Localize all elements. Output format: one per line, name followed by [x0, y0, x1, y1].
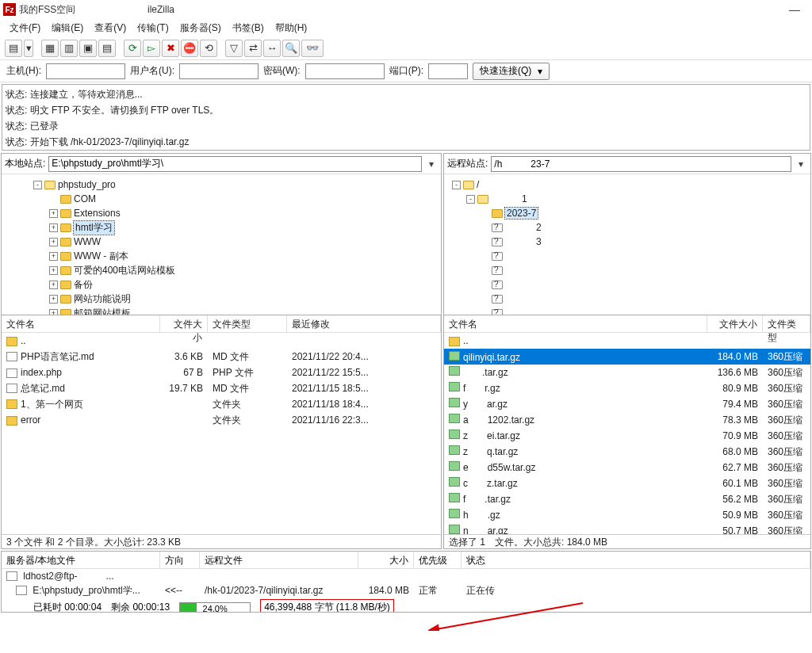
cancel-button[interactable]: ✖: [162, 40, 179, 57]
tree-node[interactable]: [444, 292, 810, 306]
disconnect-button[interactable]: ⛔: [181, 40, 198, 57]
tree-node[interactable]: [444, 249, 810, 263]
tree-node[interactable]: -/: [444, 178, 810, 192]
local-tree[interactable]: -phpstudy_proCOM+Extensions+hmtl学习+WWW+W…: [2, 174, 441, 315]
local-filelist[interactable]: 文件名 文件大小 文件类型 最近修改 ..PHP语言笔记.md3.6 KBMD …: [2, 315, 441, 534]
expand-icon[interactable]: [481, 252, 489, 261]
queue-item-row[interactable]: E:\phpstudy_pro\hmtl学... <<-- /hk-01/202…: [2, 583, 810, 598]
tree-node[interactable]: +WWW - 副本: [2, 249, 441, 263]
file-row[interactable]: c z.tar.gz60.1 MB360压缩: [444, 475, 810, 491]
qcol-size[interactable]: 大小: [358, 552, 414, 568]
col-name[interactable]: 文件名: [444, 315, 707, 332]
remote-filelist[interactable]: 文件名 文件大小 文件类型 ..qilinyiqi.tar.gz184.0 MB…: [444, 315, 810, 534]
user-input[interactable]: [179, 63, 259, 79]
tb-logpane-icon[interactable]: ▦: [41, 40, 59, 57]
expand-icon[interactable]: -: [466, 195, 475, 204]
minimize-button[interactable]: —: [780, 1, 809, 18]
qcol-remote[interactable]: 远程文件: [200, 552, 358, 568]
file-row[interactable]: h .gz50.9 MB360压缩: [444, 507, 810, 523]
tree-node[interactable]: +WWW: [2, 235, 441, 249]
expand-icon[interactable]: +: [49, 266, 58, 275]
tree-node[interactable]: +备份: [2, 277, 441, 292]
expand-icon[interactable]: [481, 309, 489, 316]
col-type[interactable]: 文件类型: [208, 315, 287, 332]
tree-node[interactable]: [444, 263, 810, 277]
tree-node[interactable]: [444, 277, 810, 292]
sitemanager-button[interactable]: ▤: [5, 40, 22, 57]
tb-localtree-icon[interactable]: ▥: [60, 40, 78, 57]
col-modified[interactable]: 最近修改: [287, 315, 441, 332]
tree-node[interactable]: +网站功能说明: [2, 292, 441, 306]
tb-dropdown[interactable]: ▾: [24, 40, 33, 57]
qcol-prio[interactable]: 优先级: [414, 552, 462, 568]
compare-button[interactable]: ⇄: [244, 40, 262, 57]
expand-icon[interactable]: [481, 295, 489, 304]
menu-bookmark[interactable]: 书签(B): [229, 20, 267, 36]
expand-icon[interactable]: [481, 223, 489, 232]
file-row[interactable]: qilinyiqi.tar.gz184.0 MB360压缩: [444, 349, 810, 365]
file-row[interactable]: z q.tar.gz68.0 MB360压缩: [444, 444, 810, 460]
file-row[interactable]: n ar.gz50.7 MB360压缩: [444, 523, 810, 534]
filter-button[interactable]: ▽: [225, 40, 243, 57]
search-button[interactable]: 🔍: [282, 40, 300, 57]
qcol-dir[interactable]: 方向: [160, 552, 200, 568]
expand-icon[interactable]: [481, 266, 489, 275]
tb-processqueue-icon[interactable]: ▻: [143, 40, 160, 57]
file-row[interactable]: 总笔记.md19.7 KBMD 文件2021/11/15 18:5...: [2, 380, 441, 396]
remote-path-suffix[interactable]: 23-7: [530, 158, 550, 170]
tree-node[interactable]: 3: [444, 235, 810, 249]
file-row[interactable]: a 1202.tar.gz78.3 MB360压缩: [444, 412, 810, 428]
menu-server[interactable]: 服务器(S): [177, 20, 224, 36]
menu-file[interactable]: 文件(F): [6, 20, 44, 36]
qcol-status[interactable]: 状态: [462, 552, 810, 568]
expand-icon[interactable]: +: [49, 281, 58, 289]
menu-transfer[interactable]: 传输(T): [134, 20, 171, 36]
expand-icon[interactable]: +: [49, 238, 58, 246]
tree-node[interactable]: [444, 306, 810, 315]
file-row[interactable]: ..: [2, 333, 441, 349]
remote-path-prefix[interactable]: /h: [494, 158, 502, 170]
chevron-down-icon[interactable]: ▾: [425, 158, 438, 170]
chevron-down-icon[interactable]: ▾: [795, 158, 807, 170]
tree-node[interactable]: +可爱的400电话网站模板: [2, 263, 441, 277]
queue-server-row[interactable]: ldhost2@ftp- ...: [2, 569, 810, 583]
expand-icon[interactable]: -: [33, 181, 42, 189]
tree-node[interactable]: 2: [444, 220, 810, 235]
tree-node[interactable]: COM: [2, 192, 441, 206]
expand-icon[interactable]: [481, 238, 489, 246]
pass-input[interactable]: [305, 63, 385, 79]
expand-icon[interactable]: [481, 281, 489, 289]
col-size[interactable]: 文件大小: [160, 315, 208, 332]
tb-remotetree-icon[interactable]: ▣: [79, 40, 97, 57]
tree-node[interactable]: -phpstudy_pro: [2, 178, 441, 192]
tree-node[interactable]: 2023-7: [444, 206, 810, 220]
host-input[interactable]: [46, 63, 125, 79]
expand-icon[interactable]: +: [49, 295, 58, 304]
file-row[interactable]: .tar.gz136.6 MB360压缩: [444, 365, 810, 380]
tree-node[interactable]: +Extensions: [2, 206, 441, 220]
col-type[interactable]: 文件类型: [763, 315, 810, 332]
file-row[interactable]: f .tar.gz56.2 MB360压缩: [444, 491, 810, 507]
expand-icon[interactable]: [481, 209, 489, 218]
menu-view[interactable]: 查看(V): [91, 20, 129, 36]
menu-edit[interactable]: 编辑(E): [48, 20, 86, 36]
reconnect-button[interactable]: ⟲: [200, 40, 217, 57]
expand-icon[interactable]: [49, 195, 58, 204]
remote-tree[interactable]: -/- 12023-7 2 3: [444, 174, 810, 315]
find-button[interactable]: 👓: [301, 40, 324, 57]
qcol-server[interactable]: 服务器/本地文件: [2, 552, 160, 568]
local-path-input[interactable]: [48, 156, 422, 172]
file-row[interactable]: index.php67 BPHP 文件2021/11/22 15:5...: [2, 365, 441, 380]
port-input[interactable]: [428, 63, 468, 79]
tb-queuepane-icon[interactable]: ▤: [98, 40, 116, 57]
expand-icon[interactable]: +: [49, 309, 58, 316]
file-row[interactable]: f r.gz80.9 MB360压缩: [444, 380, 810, 396]
sync-button[interactable]: ↔: [263, 40, 281, 57]
col-name[interactable]: 文件名: [2, 315, 160, 332]
file-row[interactable]: z ei.tar.gz70.9 MB360压缩: [444, 428, 810, 444]
expand-icon[interactable]: +: [49, 223, 58, 232]
col-size[interactable]: 文件大小: [707, 315, 763, 332]
file-row[interactable]: 1、第一个网页文件夹2021/11/18 18:4...: [2, 396, 441, 412]
expand-icon[interactable]: +: [49, 252, 58, 261]
file-row[interactable]: error文件夹2021/11/16 22:3...: [2, 412, 441, 428]
